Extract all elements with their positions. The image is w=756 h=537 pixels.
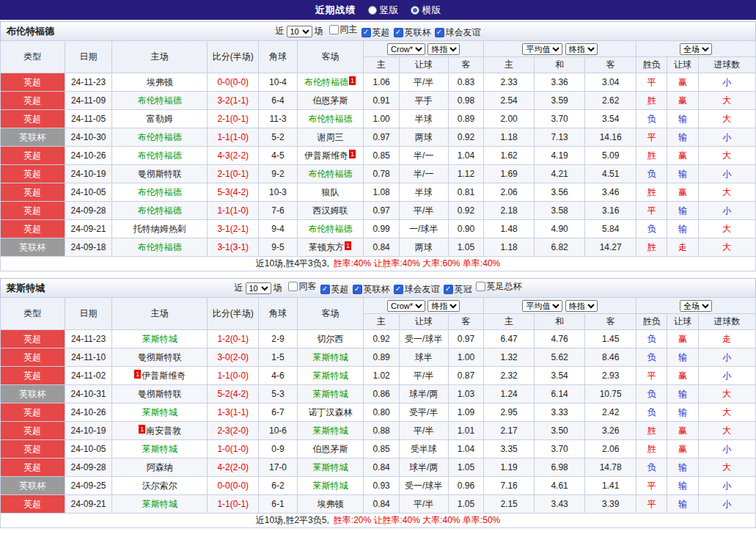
filter-checkbox-item[interactable]: 英联杯 [353, 283, 390, 296]
odds-home: 0.97 [364, 128, 399, 147]
match-row: 英超24-10-26莱斯特城1-3(1-1)6-7诺丁汉森林0.80受平/半1.… [1, 403, 756, 422]
result-handicap-trend: 输 [667, 348, 698, 367]
team-header-bar: 莱斯特城 近 10 场 同客英超英联杯球会友谊英冠英足总杯 [0, 278, 756, 297]
match-score: 2-1(0-1) [208, 165, 259, 183]
avg-away: 3.46 [585, 183, 636, 202]
fulltime-select[interactable]: 全场 [680, 43, 712, 55]
corner-count: 4-5 [259, 147, 298, 165]
checkbox-label: 球会友谊 [446, 26, 481, 39]
team-name-text: 伯恩茅斯 [313, 95, 348, 106]
odds-away: 1.01 [448, 422, 483, 440]
result-outcome: 负 [636, 165, 667, 183]
filter-checkbox-item[interactable]: 英超 [362, 26, 390, 39]
match-date: 24-09-21 [65, 220, 112, 238]
subcol-odds-home: 主 [364, 57, 399, 73]
match-row: 英超24-09-28阿森纳4-2(2-0)17-0莱斯特城0.84球半/两1.0… [1, 459, 756, 477]
result-outcome: 负 [636, 110, 667, 128]
filter-near-label: 近 [235, 282, 243, 294]
team-name-text: 布伦特福德 [309, 169, 353, 179]
result-goals: 小 [698, 495, 755, 514]
odds-home: 0.93 [364, 477, 399, 495]
team-name-text: 埃弗顿 [318, 499, 344, 509]
odds-away: 0.90 [448, 220, 483, 238]
match-score: 3-1(3-1) [208, 238, 259, 257]
odds-stage-select[interactable]: 终指 [427, 43, 460, 55]
checkbox-checked-icon[interactable] [320, 285, 330, 294]
checkbox-unchecked-icon[interactable] [329, 25, 339, 34]
checkbox-unchecked-icon[interactable] [288, 282, 298, 291]
filter-checkbox-item[interactable]: 同客 [288, 280, 317, 293]
odds-handicap: 两球 [399, 238, 448, 257]
result-goals: 小 [698, 128, 755, 147]
avg-home: 2.33 [484, 73, 535, 92]
result-goals: 小 [698, 348, 755, 367]
filter-checkbox-item[interactable]: 英足总杯 [476, 280, 522, 293]
checkbox-checked-icon[interactable] [435, 28, 444, 37]
corner-count: 10-6 [259, 422, 298, 440]
recent-count-select[interactable]: 10 [246, 282, 271, 294]
avg-away: 4.51 [585, 165, 636, 183]
avg-away: 1.41 [585, 477, 636, 495]
odds-stage-select[interactable]: 终指 [427, 300, 460, 312]
team-name-text: 莱斯特城 [142, 499, 177, 509]
home-team-cell: 阿森纳 [112, 459, 208, 477]
team-name-text: 富勒姆 [147, 114, 173, 124]
checkbox-checked-icon[interactable] [353, 285, 362, 294]
league-filter-group: 同客英超英联杯球会友谊英冠英足总杯 [285, 280, 522, 296]
team-name-text: 西汉姆联 [313, 205, 348, 216]
filter-bar: 近 10 场 同客英超英联杯球会友谊英冠英足总杯 [1, 280, 755, 296]
team-name-text: 曼彻斯特联 [138, 389, 182, 399]
checkbox-checked-icon[interactable] [394, 285, 403, 294]
result-goals: 小 [698, 73, 755, 92]
checkbox-unchecked-icon[interactable] [476, 282, 485, 291]
match-score: 2-1(0-1) [208, 110, 259, 128]
league-type-badge: 英超 [1, 147, 65, 165]
matches-table: 类型 日期 主场 比分(半场) 角球 客场 Crow* 终指 平均值 终指 [0, 297, 756, 528]
filter-checkbox-item[interactable]: 英联杯 [394, 26, 431, 39]
summary-cell: 近10场,胜2平3负5,胜率:20% 让胜率:40% 大率:40% 单率:50% [1, 514, 756, 528]
col-home: 主场 [112, 41, 208, 73]
layout-radio-horizontal[interactable]: 横版 [411, 4, 441, 17]
layout-radio-vertical[interactable]: 竖版 [368, 4, 399, 17]
away-team-cell: 莱斯特城 [297, 348, 364, 367]
radio-icon[interactable] [368, 6, 377, 15]
result-handicap-trend: 输 [667, 128, 698, 147]
result-outcome: 负 [636, 459, 667, 477]
filter-checkbox-item[interactable]: 球会友谊 [435, 26, 481, 39]
avg-stage-select[interactable]: 终指 [565, 300, 598, 312]
league-type-badge: 英联杯 [1, 128, 65, 147]
match-row: 英超24-11-10曼彻斯特联3-0(2-0)1-5莱斯特城0.89球半1.00… [1, 348, 756, 367]
fulltime-group-header: 全场 [636, 298, 756, 314]
fulltime-select[interactable]: 全场 [680, 300, 712, 312]
filter-checkbox-item[interactable]: 英冠 [444, 283, 472, 296]
checkbox-checked-icon[interactable] [444, 285, 453, 294]
odds-handicap: 半球 [399, 183, 448, 202]
match-row: 英超24-10-191南安普敦2-3(2-0)10-6莱斯特城0.88平/半1.… [1, 422, 756, 440]
avg-away: 5.09 [585, 147, 636, 165]
avg-stage-select[interactable]: 终指 [565, 43, 598, 55]
filter-checkbox-item[interactable]: 同主 [329, 23, 358, 36]
filter-checkbox-item[interactable]: 球会友谊 [394, 283, 440, 296]
recent-count-select[interactable]: 10 [287, 26, 312, 37]
league-type-badge: 英超 [1, 220, 65, 238]
result-outcome: 平 [636, 128, 667, 147]
avg-draw: 4.21 [535, 165, 585, 183]
bookmaker-select[interactable]: Crow* [387, 43, 425, 55]
checkbox-checked-icon[interactable] [394, 28, 403, 37]
avg-select[interactable]: 平均值 [522, 300, 562, 312]
checkbox-checked-icon[interactable] [362, 28, 371, 37]
filter-checkbox-item[interactable]: 英超 [320, 283, 349, 296]
radio-icon[interactable] [411, 6, 419, 15]
avg-draw: 3.58 [535, 202, 585, 220]
match-date: 24-09-21 [65, 495, 112, 514]
odds-home: 0.84 [364, 495, 399, 514]
match-score: 3-0(2-0) [208, 348, 259, 367]
bookmaker-select[interactable]: Crow* [387, 300, 425, 312]
league-type-badge: 英超 [1, 422, 65, 440]
corner-count: 6-2 [259, 477, 298, 495]
match-score: 1-3(1-1) [208, 403, 259, 422]
result-goals: 大 [698, 92, 755, 110]
subcol-odds-away: 客 [448, 314, 483, 330]
avg-select[interactable]: 平均值 [522, 43, 562, 55]
avg-draw: 4.61 [535, 477, 585, 495]
